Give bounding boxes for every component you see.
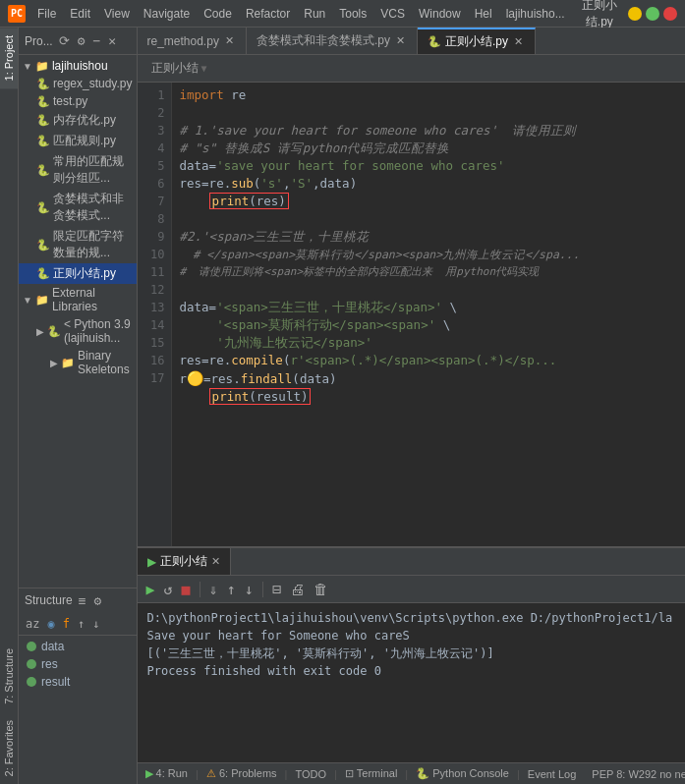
- menu-edit[interactable]: Edit: [64, 5, 96, 23]
- run-print-btn[interactable]: 🖨: [287, 579, 308, 600]
- tree-item-label: 限定匹配字符数量的规...: [53, 228, 133, 261]
- line-num: 4: [138, 140, 165, 157]
- bottom-tab-run[interactable]: ▶ 正则小结 ✕: [138, 548, 231, 575]
- menu-hel[interactable]: Hel: [469, 5, 498, 23]
- tree-item-label-active: 正则小结.py: [53, 265, 116, 282]
- tab-greedy[interactable]: 贪婪模式和非贪婪模式.py ✕: [247, 28, 418, 54]
- struct-alpha-icon[interactable]: az: [23, 615, 42, 633]
- project-settings-icon[interactable]: ⚙: [76, 31, 87, 50]
- sidebar-tab-project[interactable]: 1: Project: [0, 28, 18, 88]
- structure-sort-icon[interactable]: ≡: [77, 591, 88, 610]
- tree-item-test[interactable]: 🐍 test.py: [19, 92, 137, 110]
- tree-item-binary-skeletons[interactable]: ▶ 📁 Binary Skeletons: [19, 347, 137, 378]
- struct-item-label: res: [41, 657, 58, 671]
- struct-item-res[interactable]: res: [19, 655, 137, 673]
- code-content[interactable]: import re # 1.'save your heart for someo…: [172, 83, 686, 546]
- struct-item-result[interactable]: result: [19, 673, 137, 691]
- project-panel: Pro... ⟳ ⚙ − ✕ ▼ 📁 lajihuishou 🐍 regex_s…: [19, 28, 138, 784]
- project-collapse-icon[interactable]: −: [91, 31, 103, 50]
- code-line-2: [180, 104, 686, 122]
- sidebar-tab-structure[interactable]: 7: Structure: [0, 641, 18, 712]
- output-line-1: Save your heart for Someone who careS: [147, 627, 686, 644]
- run-filter-btn[interactable]: ⊟: [269, 579, 284, 600]
- structure-header: Structure ≡ ⚙: [19, 588, 137, 612]
- run-rerun-btn[interactable]: ↺: [161, 579, 176, 600]
- output-line-path: D:\pythonProject1\lajihuishou\venv\Scrip…: [147, 609, 686, 627]
- status-warning-msg[interactable]: PEP 8: W292 no newline at end of file: [592, 768, 685, 780]
- breadcrumb-item: 正则小结: [151, 60, 199, 77]
- status-python-console[interactable]: 🐍 Python Console: [416, 767, 509, 780]
- status-run[interactable]: ▶ 4: Run: [145, 767, 188, 780]
- menu-navigate[interactable]: Navigate: [138, 5, 196, 23]
- line-num: 6: [138, 175, 165, 193]
- tree-item-regex-summary[interactable]: 🐍 正则小结.py: [19, 263, 137, 284]
- struct-down-icon[interactable]: ↓: [89, 615, 102, 633]
- status-event-log[interactable]: Event Log: [528, 768, 577, 780]
- status-terminal[interactable]: ⊡ Terminal: [345, 767, 397, 780]
- struct-item-data[interactable]: data: [19, 638, 137, 655]
- line-num: 14: [138, 316, 165, 334]
- run-scroll-end-btn[interactable]: ⇓: [206, 579, 221, 600]
- project-close-icon[interactable]: ✕: [106, 31, 118, 50]
- code-line-11: # 请使用正则将<span>标签中的全部内容匹配出来 用python代码实现: [180, 263, 686, 281]
- tree-root[interactable]: ▼ 📁 lajihuishou: [19, 57, 137, 75]
- code-line-17: r🟡=res.findall(data): [180, 369, 686, 388]
- code-editor: 1 2 3 4 5 6 7 8 9 10 11 12 13 14 15 16 1: [138, 83, 686, 546]
- struct-filter-icon[interactable]: ◉: [44, 615, 57, 633]
- maximize-button[interactable]: [646, 7, 659, 21]
- status-problems[interactable]: ⚠ 6: Problems: [206, 767, 277, 780]
- close-button[interactable]: [663, 7, 677, 21]
- code-line-12: [180, 281, 686, 299]
- menu-run[interactable]: Run: [298, 5, 331, 23]
- menu-view[interactable]: View: [98, 5, 136, 23]
- line-num: 7: [138, 193, 165, 210]
- code-line-5: data='save your heart for someone who ca…: [180, 157, 686, 175]
- run-play-btn[interactable]: ▶: [143, 579, 158, 600]
- tree-item-memory[interactable]: 🐍 内存优化.py: [19, 110, 137, 131]
- menu-window[interactable]: Window: [413, 5, 467, 23]
- status-todo[interactable]: TODO: [295, 768, 326, 780]
- tab-close-regex-summary[interactable]: ✕: [512, 34, 525, 49]
- run-stop-btn[interactable]: ■: [179, 579, 194, 600]
- editor-tab-bar: re_method.py ✕ 贪婪模式和非贪婪模式.py ✕ 🐍 正则小结.py…: [138, 28, 686, 55]
- tree-item-label: regex_study.py: [53, 77, 133, 90]
- main-layout: 1: Project 7: Structure 2: Favorites Pro…: [0, 28, 685, 784]
- structure-settings-icon[interactable]: ⚙: [92, 591, 104, 610]
- struct-up-icon[interactable]: ↑: [75, 615, 87, 633]
- project-sync-icon[interactable]: ⟳: [57, 31, 72, 50]
- run-up-btn[interactable]: ↑: [224, 579, 239, 600]
- tree-item-python39[interactable]: ▶ 🐍 < Python 3.9 (lajihuish...: [19, 315, 137, 347]
- run-trash-btn[interactable]: 🗑: [311, 579, 331, 600]
- menu-refactor[interactable]: Refactor: [240, 5, 296, 23]
- menu-file[interactable]: File: [31, 5, 62, 23]
- tab-close-greedy[interactable]: ✕: [394, 33, 407, 48]
- menu-tools[interactable]: Tools: [333, 5, 372, 23]
- tree-item-greedy[interactable]: 🐍 贪婪模式和非贪婪模式...: [19, 189, 137, 226]
- separator: |: [196, 768, 199, 780]
- tree-item-limited[interactable]: 🐍 限定匹配字符数量的规...: [19, 226, 137, 263]
- separator: [200, 582, 200, 597]
- struct-f-icon[interactable]: f: [60, 615, 73, 633]
- tree-item-regex-study[interactable]: 🐍 regex_study.py: [19, 75, 137, 92]
- py-icon-active: 🐍: [36, 267, 50, 280]
- tab-re-method[interactable]: re_method.py ✕: [138, 28, 247, 54]
- project-panel-header: Pro... ⟳ ⚙ − ✕: [19, 28, 137, 55]
- tab-regex-summary[interactable]: 🐍 正则小结.py ✕: [418, 28, 536, 54]
- project-panel-title: Pro...: [25, 34, 53, 48]
- tree-item-matching[interactable]: 🐍 匹配规则.py: [19, 131, 137, 151]
- sidebar-tab-favorites[interactable]: 2: Favorites: [0, 712, 18, 784]
- separator3: |: [334, 768, 337, 780]
- tree-item-external-libs[interactable]: ▼ 📁 External Libraries: [19, 284, 137, 315]
- menu-vcs[interactable]: VCS: [374, 5, 411, 23]
- run-status-icon: ▶: [145, 767, 153, 779]
- code-line-7: print(res): [180, 193, 686, 210]
- run-down-btn[interactable]: ↓: [242, 579, 257, 600]
- tab-close-re-method[interactable]: ✕: [223, 33, 236, 48]
- tree-item-common-rules[interactable]: 🐍 常用的匹配规则分组匹...: [19, 151, 137, 189]
- py-icon: 🐍: [36, 164, 50, 177]
- tree-item-label: 内存优化.py: [53, 112, 116, 129]
- minimize-button[interactable]: [628, 7, 642, 21]
- menu-code[interactable]: Code: [198, 5, 238, 23]
- menu-account[interactable]: lajihuisho...: [500, 5, 571, 23]
- bottom-tab-close-run[interactable]: ✕: [211, 555, 220, 568]
